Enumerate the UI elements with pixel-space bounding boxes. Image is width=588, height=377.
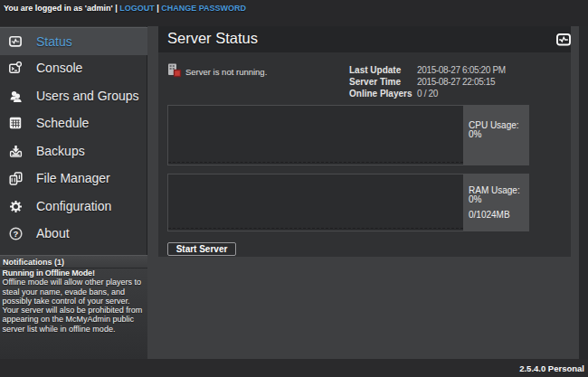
svg-text:?: ? bbox=[14, 229, 19, 239]
